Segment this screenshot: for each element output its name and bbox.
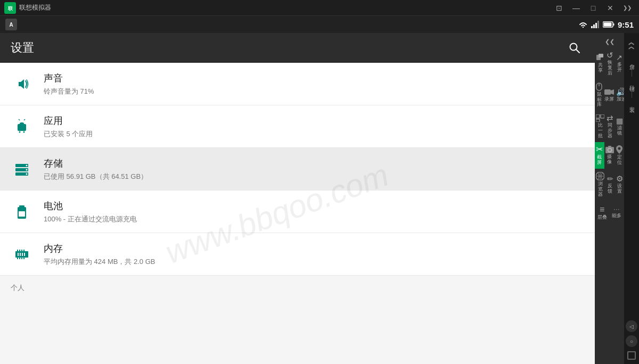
sidebar-stack-button[interactable]: ≡ 层叠 bbox=[595, 200, 610, 225]
status-bar-left: A bbox=[5, 19, 17, 30]
svg-rect-47 bbox=[601, 114, 604, 118]
far-right-panel: ❮❮ 全屏 段键 安装 ◁ ○ bbox=[624, 33, 639, 364]
svg-rect-5 bbox=[597, 21, 599, 28]
settings-label: 设置 bbox=[616, 184, 624, 194]
svg-rect-35 bbox=[23, 250, 24, 251]
svg-rect-36 bbox=[17, 258, 18, 259]
restore-button[interactable]: ⊡ bbox=[552, 2, 567, 14]
multiopen-icon: ↗ bbox=[616, 54, 622, 61]
sound-subtitle: 铃声音量为 71% bbox=[44, 87, 584, 96]
sidebar-more-button[interactable]: ··· 能多 bbox=[610, 200, 625, 225]
minimize-button[interactable]: — bbox=[569, 2, 584, 14]
share-label: 共享 bbox=[596, 63, 604, 73]
filter-icon: ▦ bbox=[616, 117, 623, 125]
mouse-icon bbox=[596, 82, 602, 91]
sidebar-camera-button[interactable]: 摄像 bbox=[604, 142, 615, 169]
sync-icon: ⇄ bbox=[607, 114, 613, 122]
svg-line-13 bbox=[19, 119, 20, 120]
storage-item-text: 存储 已使用 56.91 GB（共 64.51 GB） bbox=[44, 157, 584, 181]
back-nav-button[interactable]: ◁ bbox=[626, 320, 637, 332]
search-icon bbox=[569, 42, 580, 54]
memory-subtitle: 平均内存用量为 424 MB，共 2.0 GB bbox=[44, 257, 584, 267]
storage-subtitle: 已使用 56.91 GB（共 64.51 GB） bbox=[44, 172, 584, 181]
svg-rect-30 bbox=[22, 253, 23, 256]
sidebar-compare-button[interactable]: 比一批 bbox=[595, 111, 605, 142]
sidebar-browser-button[interactable]: 浏览器 bbox=[595, 169, 605, 201]
sidebar-screenshot-button[interactable]: ✂ 截屏 bbox=[595, 142, 604, 169]
settings-list: 声音 铃声音量为 71% 应用 bbox=[0, 63, 595, 364]
title-bar-controls: ⊡ — □ ✕ ❯❯ bbox=[552, 2, 635, 14]
battery-setting-icon bbox=[11, 201, 33, 223]
personal-section-header: 个人 bbox=[0, 276, 595, 296]
sidebar-row-6: ≡ 层叠 ··· 能多 bbox=[595, 200, 624, 225]
svg-rect-8 bbox=[603, 23, 611, 27]
screenshot-label: 截屏 bbox=[596, 155, 603, 166]
svg-rect-32 bbox=[17, 250, 18, 251]
settings-page-title: 设置 bbox=[11, 40, 34, 56]
sidebar-record-button[interactable]: 录屏 bbox=[603, 79, 615, 111]
stack-label: 层叠 bbox=[597, 215, 607, 220]
svg-rect-34 bbox=[21, 250, 22, 251]
settings-item-battery[interactable]: 电池 100% - 正在通过交流电源充电 bbox=[0, 191, 595, 233]
recents-nav-button[interactable] bbox=[627, 351, 636, 360]
svg-rect-41 bbox=[599, 54, 603, 57]
sidebar-filter-button[interactable]: ▦ 滤镜 bbox=[615, 111, 625, 142]
sidebar-row-3: 比一批 ⇄ 同步器 ▦ 滤镜 bbox=[595, 111, 624, 142]
memory-item-text: 内存 平均内存用量为 424 MB，共 2.0 GB bbox=[44, 242, 584, 267]
sound-title: 声音 bbox=[44, 72, 584, 85]
settings-item-sound[interactable]: 声音 铃声音量为 71% bbox=[0, 63, 595, 105]
status-bar-right: 9:51 bbox=[578, 20, 634, 29]
storage-icon bbox=[11, 158, 33, 180]
search-button[interactable] bbox=[565, 38, 584, 57]
sidebar-feedback-button[interactable]: ✏ 反馈 bbox=[605, 169, 615, 201]
settings-icon: ⚙ bbox=[616, 175, 623, 183]
svg-point-21 bbox=[26, 164, 28, 166]
svg-rect-2 bbox=[591, 26, 593, 28]
settings-item-apps[interactable]: 应用 已安装 5 个应用 bbox=[0, 105, 595, 148]
close-button[interactable]: ✕ bbox=[603, 2, 618, 14]
svg-rect-51 bbox=[608, 146, 611, 147]
feedback-icon: ✏ bbox=[607, 175, 613, 183]
expand-button[interactable]: ❯❯ bbox=[620, 2, 635, 14]
svg-rect-15 bbox=[18, 124, 26, 131]
memory-icon bbox=[11, 243, 33, 266]
apps-title: 应用 bbox=[44, 114, 584, 127]
location-label: 定位 bbox=[616, 155, 624, 166]
svg-rect-24 bbox=[19, 205, 24, 207]
sidebar-settings-button[interactable]: ⚙ 设置 bbox=[615, 169, 625, 201]
battery-item-text: 电池 100% - 正在通过交流电源充电 bbox=[44, 200, 584, 224]
maximize-button[interactable]: □ bbox=[586, 2, 601, 14]
camera-icon bbox=[605, 146, 614, 153]
wifi-icon bbox=[578, 21, 588, 28]
apps-subtitle: 已安装 5 个应用 bbox=[44, 129, 584, 139]
svg-point-23 bbox=[26, 173, 28, 175]
compare-icon bbox=[596, 114, 604, 122]
apps-icon bbox=[11, 115, 33, 138]
sidebar-sync-button[interactable]: ⇄ 同步器 bbox=[605, 111, 615, 142]
sidebar-restore-button[interactable]: ↺ 恢复后 bbox=[605, 48, 615, 79]
svg-rect-44 bbox=[604, 89, 611, 95]
settings-item-storage[interactable]: 存储 已使用 56.91 GB（共 64.51 GB） bbox=[0, 148, 595, 191]
svg-rect-3 bbox=[593, 24, 595, 28]
settings-item-memory[interactable]: 内存 平均内存用量为 424 MB，共 2.0 GB bbox=[0, 233, 595, 276]
right-sidebar: ❮❮ 共享 ↺ 恢复后 ↗ 多开 bbox=[595, 33, 624, 364]
sidebar-share-button[interactable]: 共享 bbox=[595, 48, 605, 79]
sidebar-boost-button[interactable]: 🔊 加速 bbox=[615, 79, 624, 111]
location-icon bbox=[616, 145, 622, 154]
apps-item-text: 应用 已安装 5 个应用 bbox=[44, 114, 584, 139]
svg-text:联: 联 bbox=[7, 6, 13, 11]
sidebar-location-button[interactable]: 定位 bbox=[615, 142, 625, 169]
memory-title: 内存 bbox=[44, 242, 584, 255]
input-method-indicator: A bbox=[5, 19, 17, 30]
camera-label: 摄像 bbox=[605, 154, 614, 165]
sidebar-mouse-button[interactable]: 鼠标库 bbox=[595, 79, 603, 111]
sidebar-row-1: 共享 ↺ 恢复后 ↗ 多开 bbox=[595, 48, 624, 79]
mouse-label: 鼠标库 bbox=[596, 92, 602, 108]
home-nav-button[interactable]: ○ bbox=[626, 335, 637, 347]
panel-label-install: 安装 bbox=[628, 102, 635, 104]
svg-rect-4 bbox=[595, 23, 597, 28]
sidebar-collapse-button[interactable]: ❮❮ bbox=[595, 35, 624, 48]
panel-label-shortcut: 段键 bbox=[628, 81, 635, 83]
sidebar-multiopen-button[interactable]: ↗ 多开 bbox=[615, 48, 625, 79]
expand-panel-button[interactable]: ❮❮ bbox=[626, 35, 637, 56]
